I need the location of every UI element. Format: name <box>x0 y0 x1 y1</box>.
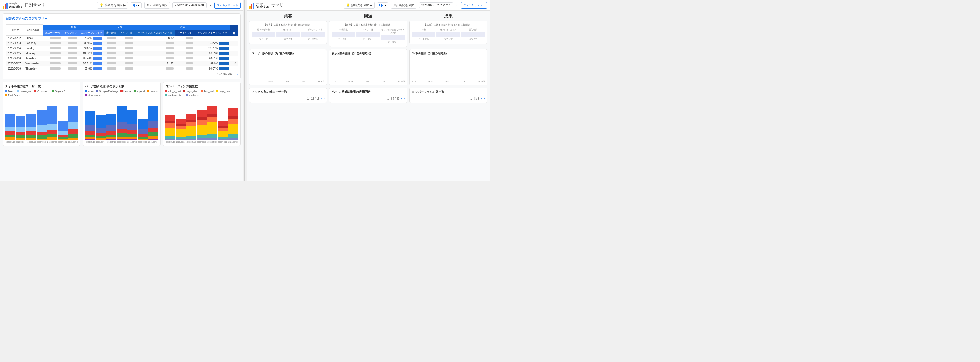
kpi-status: データなし <box>412 38 435 41</box>
bar-stack[interactable] <box>68 105 78 140</box>
x-label: 2023/05/12 <box>5 141 16 143</box>
cell-users <box>43 56 62 61</box>
kpi-item: セッションあたり 該当せず <box>436 28 460 41</box>
kpi-value-box <box>461 32 485 37</box>
bar-segment <box>47 137 57 140</box>
visitor-kpi-subtitle: 【集客】に関する基本指標（対 前の期間比） <box>251 23 325 27</box>
left-period-btn[interactable]: 集計期間を選択 <box>144 2 170 9</box>
right-filter-reset-btn[interactable]: フィルタリセット <box>461 2 487 9</box>
bar-segment <box>207 138 217 140</box>
visitor-table-section: チャネル別の総ユーザー数 1 - 15 / 15 ‹ › <box>249 88 327 103</box>
bar-stack[interactable] <box>197 110 207 140</box>
bar-segment <box>68 129 78 134</box>
retention-next-btn[interactable]: › <box>404 97 405 100</box>
bar-stack[interactable] <box>96 115 106 140</box>
bar-segment <box>5 137 15 140</box>
visitor-kpi-row: 総ユーザー数 該当せず セッション 該当せず エンゲージメント率 データなし <box>251 28 325 41</box>
bar-stack[interactable] <box>218 121 228 140</box>
kpi-value-box <box>276 32 300 37</box>
bar-segment <box>16 138 25 140</box>
retention-trend-title: 表示回数の推移（対 前の期間比） <box>332 51 404 55</box>
left-connect-btn[interactable]: 💡 接続先を選択 ▶ <box>97 2 128 9</box>
bar-stack[interactable] <box>165 115 175 140</box>
retention-prev-btn[interactable]: ‹ <box>401 97 402 100</box>
bar-stack[interactable] <box>16 116 25 140</box>
left-chart-icon-btn[interactable]: ▼ <box>130 2 142 8</box>
bottom-tables-row: チャネル別の総ユーザー数 1 - 15 / 15 ‹ › ページ(第1階層)別の… <box>249 88 487 103</box>
th-users: 総ユーザー数 <box>43 30 62 36</box>
bar-stack[interactable] <box>26 115 36 140</box>
bar-segment <box>26 135 36 138</box>
kpi-item: 総ユーザー数 該当せず <box>251 28 275 41</box>
right-connect-btn[interactable]: 💡 接続先を選択 ▶ <box>344 2 374 9</box>
bar-stack[interactable] <box>47 106 57 140</box>
prev-page-btn[interactable]: ‹ <box>234 72 235 76</box>
bar-segment <box>96 128 106 133</box>
bar-segment <box>106 131 116 134</box>
kpi-value-box <box>356 32 380 37</box>
bar-stack[interactable] <box>37 110 47 140</box>
result-prev-btn[interactable]: ‹ <box>481 97 482 100</box>
bar-stack[interactable] <box>58 121 68 140</box>
bar-stack[interactable] <box>127 110 137 140</box>
bar-segment <box>26 127 36 131</box>
bar-stack[interactable] <box>148 106 158 140</box>
bar-segment <box>176 126 186 129</box>
right-period-btn[interactable]: 集計期間を選択 <box>391 2 416 9</box>
bar-stack[interactable] <box>228 108 238 140</box>
th-engage: エンゲージメント率 <box>79 30 104 36</box>
cell-total <box>231 66 238 71</box>
bar-stack[interactable] <box>5 113 15 140</box>
x-label: 2023/05/18 <box>37 141 47 143</box>
bar-segment <box>96 133 106 136</box>
visitor-next-btn[interactable]: › <box>323 97 325 100</box>
table-row: 2023/05/14 Sunday 89.37% 93.76% <box>6 46 238 51</box>
result-table-section: コンバージョンの発生数 1 - 8 / 8 ‹ › <box>409 88 487 103</box>
bar-segment <box>228 134 238 138</box>
bar-segment <box>148 121 158 128</box>
retention-kpi-subtitle: 【回遊】に関する基本指標（対 前の期間比） <box>332 23 404 27</box>
bar-stack[interactable] <box>117 105 127 140</box>
bar-segment <box>37 110 47 125</box>
bar-segment <box>148 106 158 121</box>
cell-sessions <box>62 46 79 51</box>
bar-segment <box>127 139 137 140</box>
cell-key-rate: 90.01% <box>194 56 231 61</box>
x-label: 2023/05/14 <box>176 141 186 143</box>
bar-stack[interactable] <box>85 111 95 140</box>
cell-key-rate: 93.76% <box>194 46 231 51</box>
bar-stack[interactable] <box>207 105 217 140</box>
bar-segment <box>26 138 36 140</box>
kpi-value-box <box>251 32 275 37</box>
page-views-legend: indexGoogle×Redesignlifestyleapparelcana… <box>85 90 158 96</box>
channel-users-title: チャネル別の総ユーザー数 <box>5 85 78 88</box>
left-filter-reset-btn[interactable]: フィルタリセット <box>214 2 241 9</box>
cell-users <box>43 36 62 41</box>
bar-stack[interactable] <box>106 114 116 140</box>
retention-kpi-row: 表示回数 データなし イベント数 データなし セッションあたりのイベント数 デー… <box>332 28 404 43</box>
th-key-rate: セッション キーイベント率 <box>194 30 231 36</box>
bar-segment <box>117 139 127 140</box>
cell-sessions <box>62 66 79 71</box>
cell-total <box>231 56 238 61</box>
bar-segment <box>197 134 207 138</box>
right-date-range-btn[interactable]: 2023/01/01 - 2023/12/31 <box>419 2 453 8</box>
bar-stack[interactable] <box>138 119 148 140</box>
left-content: 日別のアクセスログサマリー 日付 ▼ 秘日の名前 集客 回遊 成果 総紹入者数 … <box>0 11 243 181</box>
kpi-status: 該当せず <box>436 38 460 41</box>
bar-stack[interactable] <box>176 119 186 140</box>
cell-sessions <box>62 56 79 61</box>
bar-segment <box>106 137 116 139</box>
right-logo-bar-yellow <box>249 6 251 9</box>
conversion-title: コンバージョンの発生数 <box>165 85 238 88</box>
cell-views <box>104 56 118 61</box>
result-next-btn[interactable]: › <box>484 97 485 100</box>
kpi-label: 購入者数 <box>461 28 485 31</box>
visitor-prev-btn[interactable]: ‹ <box>321 97 322 100</box>
th-events: イベント数 <box>118 30 135 36</box>
next-page-btn[interactable]: › <box>237 72 238 76</box>
left-date-range-btn[interactable]: 2023/01/01 - 2023/12/31 <box>172 2 207 8</box>
right-chart-icon-btn[interactable]: ▼ <box>377 2 388 8</box>
bar-stack[interactable] <box>186 113 196 140</box>
x-label: 2023/05/22 <box>137 141 148 143</box>
